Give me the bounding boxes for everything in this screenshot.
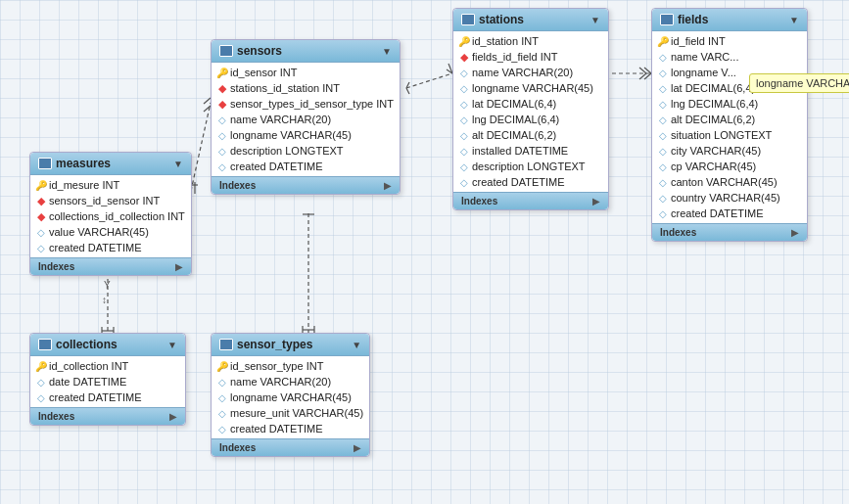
diamond-icon: ◇	[658, 193, 668, 203]
field-name: lng DECIMAL(6,4)	[472, 114, 559, 125]
diamond-icon: ◇	[36, 392, 46, 402]
table-sensor_types: sensor_types ▼ 🔑id_sensor_type INT◇name …	[211, 333, 370, 457]
diamond-icon: ◇	[36, 377, 46, 387]
diamond-icon: ◇	[658, 68, 668, 77]
table-footer-sensor_types[interactable]: Indexes ▶	[212, 438, 369, 456]
field-name: value VARCHAR(45)	[49, 226, 149, 238]
table-header-measures[interactable]: measures ▼	[30, 153, 191, 175]
table-row: ◇installed DATETIME	[453, 143, 608, 159]
field-name: stations_id_station INT	[230, 82, 340, 94]
diamond-icon: ◇	[36, 227, 46, 237]
svg-line-17	[406, 82, 409, 88]
footer-arrow: ▶	[384, 180, 392, 191]
tooltip: longname VARCHAR(45)	[749, 73, 849, 93]
diamond-icon: ◇	[459, 177, 469, 187]
table-collections: collections ▼ 🔑id_collection INT◇date DA…	[29, 333, 186, 426]
dropdown-arrow-measures[interactable]: ▼	[173, 159, 183, 169]
diamond-icon: ◇	[459, 130, 469, 140]
table-name-stations: stations	[479, 13, 524, 26]
dropdown-arrow-fields[interactable]: ▼	[789, 15, 799, 25]
table-icon-collections	[38, 339, 52, 350]
dropdown-arrow-sensors[interactable]: ▼	[382, 46, 392, 57]
table-row: ◇lng DECIMAL(6,4)	[652, 96, 807, 112]
dropdown-arrow-stations[interactable]: ▼	[590, 15, 600, 25]
table-header-sensor_types[interactable]: sensor_types ▼	[212, 334, 369, 356]
indexes-label: Indexes	[660, 227, 696, 238]
fk-icon: ◆	[36, 211, 46, 221]
table-row: ◇name VARCHAR(20)	[212, 374, 369, 389]
table-row: 🔑id_sensor_type INT	[212, 358, 369, 374]
table-name-sensor_types: sensor_types	[237, 338, 312, 351]
field-name: id_station INT	[472, 35, 539, 47]
table-row: ◇created DATETIME	[30, 240, 191, 255]
table-footer-measures[interactable]: Indexes ▶	[30, 257, 191, 275]
diamond-icon: ◇	[217, 408, 227, 418]
field-name: lng DECIMAL(6,4)	[671, 98, 758, 110]
indexes-label: Indexes	[219, 180, 256, 191]
table-header-collections[interactable]: collections ▼	[30, 334, 185, 356]
table-fields: fields ▼ 🔑id_field INT◇name VARC...◇long…	[651, 8, 808, 242]
diamond-icon: ◇	[217, 161, 227, 171]
table-icon-fields	[660, 14, 674, 25]
table-header-sensors[interactable]: sensors ▼	[212, 40, 400, 63]
table-row: ◇lng DECIMAL(6,4)	[453, 112, 608, 127]
table-measures: measures ▼ 🔑id_mesure INT◆sensors_id_sen…	[29, 152, 192, 276]
field-name: situation LONGTEXT	[671, 129, 772, 141]
table-row: ◇cp VARCHAR(45)	[652, 159, 807, 174]
diamond-icon: ◇	[217, 392, 227, 402]
table-name-sensors: sensors	[237, 44, 282, 58]
field-name: mesure_unit VARCHAR(45)	[230, 407, 363, 419]
field-name: id_sensor INT	[230, 67, 297, 78]
table-header-stations[interactable]: stations ▼	[453, 9, 608, 31]
footer-arrow: ▶	[354, 442, 361, 453]
pk-icon: 🔑	[36, 180, 46, 190]
field-name: cp VARCHAR(45)	[671, 160, 756, 172]
table-row: ◆sensor_types_id_sensor_type INT	[212, 96, 400, 112]
indexes-label: Indexes	[461, 196, 497, 206]
field-name: id_field INT	[671, 35, 726, 47]
table-row: 🔑id_mesure INT	[30, 177, 191, 193]
field-name: name VARC...	[671, 51, 739, 63]
table-footer-sensors[interactable]: Indexes ▶	[212, 176, 400, 194]
table-footer-collections[interactable]: Indexes ▶	[30, 407, 185, 425]
table-row: ◇value VARCHAR(45)	[30, 224, 191, 240]
table-icon-measures	[38, 158, 52, 169]
diamond-icon: ◇	[459, 99, 469, 109]
dropdown-arrow-collections[interactable]: ▼	[167, 340, 177, 350]
footer-arrow: ▶	[791, 227, 799, 238]
table-footer-stations[interactable]: Indexes ▶	[453, 192, 608, 209]
field-name: created DATETIME	[49, 242, 142, 253]
table-row: ◇alt DECIMAL(6,2)	[453, 127, 608, 143]
table-body-fields: 🔑id_field INT◇name VARC...◇longname V...…	[652, 31, 807, 223]
field-name: name VARCHAR(20)	[472, 67, 573, 78]
field-name: created DATETIME	[230, 423, 323, 435]
table-row: ◇name VARC...	[652, 49, 807, 65]
field-name: fields_id_field INT	[472, 51, 557, 63]
pk-icon: 🔑	[36, 361, 46, 371]
svg-line-25	[644, 73, 651, 79]
svg-line-7	[204, 98, 211, 104]
table-row: ◇city VARCHAR(45)	[652, 143, 807, 159]
dropdown-arrow-sensor_types[interactable]: ▼	[352, 340, 361, 350]
table-row: ◇situation LONGTEXT	[652, 127, 807, 143]
table-row: ◆collections_id_collection INT	[30, 208, 191, 224]
diamond-icon: ◇	[658, 115, 668, 124]
table-icon-stations	[461, 14, 475, 25]
diamond-icon: ◇	[658, 52, 668, 62]
field-name: id_collection INT	[49, 360, 128, 372]
table-row: 🔑id_station INT	[453, 33, 608, 49]
svg-line-16	[406, 73, 452, 88]
diamond-icon: ◇	[658, 177, 668, 187]
fk-icon: ◆	[36, 196, 46, 206]
table-header-fields[interactable]: fields ▼	[652, 9, 807, 31]
footer-arrow: ▶	[169, 411, 177, 422]
table-body-sensor_types: 🔑id_sensor_type INT◇name VARCHAR(20)◇lon…	[212, 356, 369, 438]
table-row: ◇longname VARCHAR(45)	[212, 389, 369, 405]
table-row: ◇longname VARCHAR(45)	[212, 127, 400, 143]
table-row: ◇longname VARCHAR(45)	[453, 80, 608, 96]
diamond-icon: ◇	[658, 99, 668, 109]
table-row: 🔑id_field INT	[652, 33, 807, 49]
table-row: ◇country VARCHAR(45)	[652, 190, 807, 206]
table-footer-fields[interactable]: Indexes ▶	[652, 223, 807, 241]
field-name: city VARCHAR(45)	[671, 145, 761, 157]
